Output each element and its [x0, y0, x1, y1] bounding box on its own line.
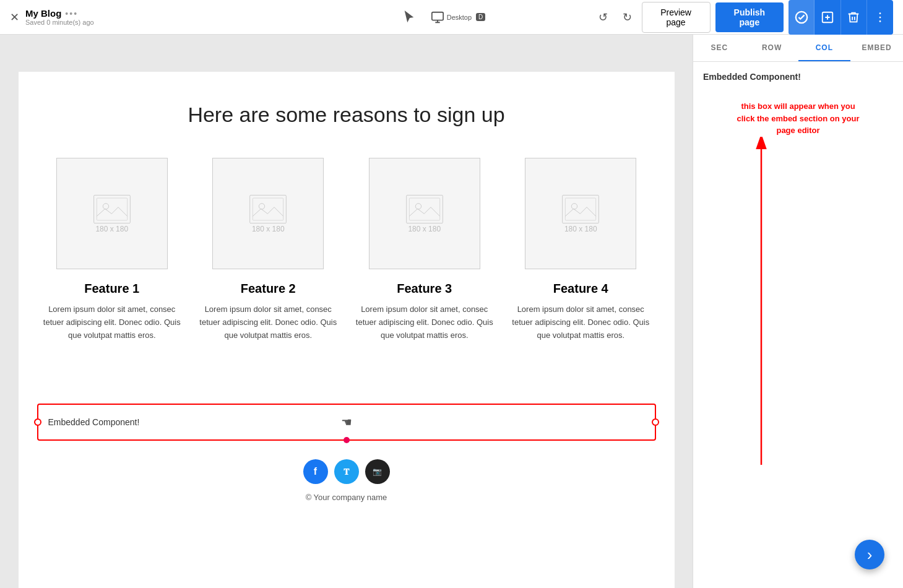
instagram-icon[interactable]: 📷	[365, 459, 390, 484]
panel-content: Embedded Component! this box will appear…	[693, 62, 903, 588]
svg-point-5	[879, 20, 881, 22]
feature-item-1: 180 x 180 Feature 1 Lorem ipsum dolor si…	[43, 158, 181, 342]
top-bar-left: ✕ My Blog ••• Saved 0 minute(s) ago	[10, 8, 294, 26]
feature-name-1: Feature 1	[43, 282, 181, 296]
feature-image-label-1: 180 x 180	[95, 225, 128, 233]
feature-image-1: 180 x 180	[56, 158, 168, 269]
feature-name-2: Feature 2	[199, 282, 337, 296]
desktop-label: Desktop	[447, 14, 472, 21]
annotation-container: this box will appear when you click the …	[703, 100, 893, 483]
saved-status: Saved 0 minute(s) ago	[25, 19, 94, 26]
publish-button[interactable]: Publish page	[715, 2, 784, 32]
feature-image-4: 180 x 180	[525, 158, 636, 269]
feature-name-3: Feature 3	[356, 282, 494, 296]
tab-col[interactable]: COL	[798, 35, 851, 61]
feature-image-label-3: 180 x 180	[408, 225, 441, 233]
redo-button[interactable]: ↻	[618, 8, 637, 27]
svg-rect-6	[93, 195, 130, 223]
page-wrapper: Here are some reasons to sign up 180 x 1…	[19, 72, 675, 588]
feature-desc-2: Lorem ipsum dolor sit amet, consec tetue…	[199, 303, 337, 342]
feature-image-3: 180 x 180	[369, 158, 480, 269]
right-toolbar	[789, 0, 893, 35]
embed-component-text: Embedded Component!	[48, 417, 140, 427]
feature-item-2: 180 x 180 Feature 2 Lorem ipsum dolor si…	[199, 158, 337, 342]
svg-point-3	[879, 12, 881, 14]
tab-embed[interactable]: EMBED	[850, 35, 903, 61]
top-bar: ✕ My Blog ••• Saved 0 minute(s) ago Desk…	[0, 0, 903, 35]
svg-point-4	[879, 16, 881, 18]
site-title: My Blog	[25, 8, 61, 19]
check-icon-button[interactable]	[789, 0, 814, 35]
embed-resize-left[interactable]	[34, 418, 41, 426]
features-grid: 180 x 180 Feature 1 Lorem ipsum dolor si…	[43, 158, 650, 342]
feature-image-2: 180 x 180	[212, 158, 324, 269]
desktop-badge: D	[476, 13, 485, 21]
preview-button[interactable]: Preview page	[642, 2, 711, 33]
delete-button[interactable]	[841, 0, 867, 35]
svg-rect-0	[432, 12, 443, 20]
more-options-button[interactable]	[867, 0, 893, 35]
panel-embed-label: Embedded Component!	[703, 72, 893, 82]
undo-button[interactable]: ↺	[594, 8, 613, 27]
right-panel: SEC ROW COL EMBED Embedded Component! th…	[693, 35, 903, 588]
feature-desc-1: Lorem ipsum dolor sit amet, consec tetue…	[43, 303, 181, 342]
annotation-text: this box will appear when you click the …	[737, 100, 860, 137]
feature-desc-3: Lorem ipsum dolor sit amet, consec tetue…	[356, 303, 494, 342]
svg-rect-15	[563, 195, 599, 223]
svg-rect-12	[406, 195, 443, 223]
social-icons: f 𝐓 📷	[31, 459, 662, 484]
feature-image-label-2: 180 x 180	[252, 225, 285, 233]
facebook-icon[interactable]: f	[303, 459, 328, 484]
twitter-icon[interactable]: 𝐓	[334, 459, 359, 484]
svg-rect-9	[250, 195, 287, 223]
cursor-tool[interactable]	[402, 11, 416, 24]
feature-name-4: Feature 4	[512, 282, 650, 296]
embed-resize-right[interactable]	[652, 418, 659, 426]
site-info: My Blog ••• Saved 0 minute(s) ago	[25, 8, 94, 26]
footer-section: f 𝐓 📷 © Your company name	[19, 441, 675, 514]
features-title: Here are some reasons to sign up	[43, 103, 650, 127]
features-section: Here are some reasons to sign up 180 x 1…	[19, 72, 675, 391]
annotation-arrow	[737, 137, 860, 483]
tab-sec[interactable]: SEC	[693, 35, 746, 61]
feature-desc-4: Lorem ipsum dolor sit amet, consec tetue…	[512, 303, 650, 342]
close-button[interactable]: ✕	[10, 11, 19, 24]
desktop-tool[interactable]: Desktop D	[431, 11, 486, 24]
add-section-button[interactable]	[814, 0, 840, 35]
site-menu-dots[interactable]: •••	[65, 9, 78, 19]
panel-tabs: SEC ROW COL EMBED	[693, 35, 903, 62]
copyright-text: © Your company name	[31, 493, 662, 502]
feature-image-label-4: 180 x 180	[564, 225, 597, 233]
feature-item-3: 180 x 180 Feature 3 Lorem ipsum dolor si…	[356, 158, 494, 342]
embed-resize-bottom[interactable]	[343, 437, 350, 443]
top-bar-center: Desktop D	[301, 11, 585, 24]
embed-section[interactable]: Embedded Component! ☚	[37, 404, 656, 441]
tab-row[interactable]: ROW	[746, 35, 798, 61]
top-bar-right: ↺ ↻ Preview page Publish page	[594, 0, 893, 35]
canvas-area[interactable]: Here are some reasons to sign up 180 x 1…	[0, 35, 693, 588]
main-content: Here are some reasons to sign up 180 x 1…	[0, 35, 903, 588]
fab-button[interactable]: ›	[855, 540, 884, 569]
feature-item-4: 180 x 180 Feature 4 Lorem ipsum dolor si…	[512, 158, 650, 342]
embed-drag-handle[interactable]: ☚	[341, 415, 352, 430]
